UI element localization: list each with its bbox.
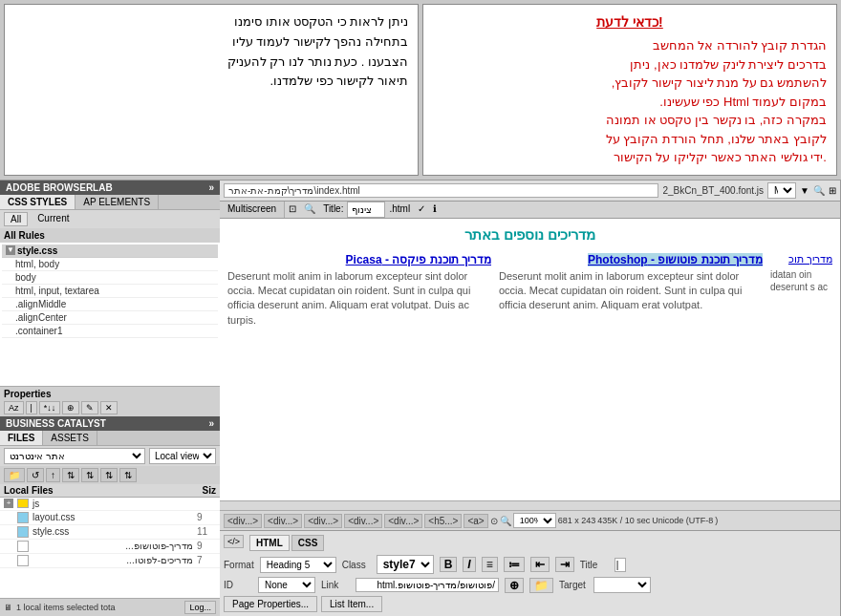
- tooltip-left: !כדאי לדעת הגדרת קובץ להורדה אל המחשב בד…: [422, 4, 837, 176]
- indent-more-icon[interactable]: ⇥: [555, 557, 574, 572]
- ap-elements-tab[interactable]: AP ELEMENTS: [75, 195, 159, 209]
- bc-header: BUSINESS CATALYST »: [0, 416, 220, 431]
- props-tab-html[interactable]: HTML: [249, 535, 290, 551]
- layout-css-name: layout.css: [32, 512, 193, 522]
- guide-2-title[interactable]: מדריך תוכנת פיקסה - Picasa: [227, 253, 491, 266]
- css-prop-filter-btn[interactable]: *↓↓: [39, 401, 61, 414]
- css-rule-html-body[interactable]: html, body: [2, 258, 218, 271]
- props-row-1: Format Heading 5 Class style7 B I ≡ ≔ ⇤ …: [224, 555, 836, 574]
- css-prop-edit-btn[interactable]: ✎: [81, 401, 98, 414]
- files-section: FILES ASSETS אתר אינטרנט Local view 📁 ↺ …: [0, 431, 220, 617]
- guide-1-title[interactable]: מדריך תוכנת פוטושופ - Photoshop: [588, 253, 763, 266]
- css-rule-alignmiddle[interactable]: .alignMiddle: [2, 298, 218, 311]
- layout-css-size: 9: [197, 512, 216, 522]
- css-rule-container1[interactable]: .container1: [2, 325, 218, 338]
- guide-narrow-title[interactable]: מדריך תוכ: [770, 253, 832, 266]
- nav-sync-btn3[interactable]: ⇅: [100, 468, 118, 482]
- guide-2: מדריך תוכנת פיקסה - Picasa Deserunt moli…: [227, 253, 491, 329]
- link-input[interactable]: [356, 578, 499, 592]
- search-icon[interactable]: 🔍: [813, 185, 825, 196]
- photoshop-guide-icon: [17, 541, 29, 552]
- all-current-row: All Current: [0, 210, 220, 228]
- list-ordered-icon[interactable]: ≔: [504, 557, 525, 572]
- files-list: Local Files Siz + js layout.css 9: [0, 484, 220, 599]
- tag-div5[interactable]: <div...>: [384, 514, 422, 528]
- browserlab-expand-icon[interactable]: »: [208, 182, 214, 193]
- css-prop-link-btn[interactable]: ⊕: [62, 401, 79, 414]
- nav-sync-btn1[interactable]: ⇅: [62, 468, 79, 482]
- id-select[interactable]: None: [258, 577, 315, 593]
- css-styles-tab[interactable]: CSS STYLES: [0, 195, 75, 209]
- all-rules-label: All Rules: [0, 228, 220, 243]
- filter-icon[interactable]: ⊞: [829, 185, 836, 196]
- files-status-bar: 🖥 1 local items selected tota Log...: [0, 598, 220, 616]
- css-file-item[interactable]: ▼ style.css: [2, 244, 218, 258]
- nav-folder-icon[interactable]: 📁: [4, 468, 25, 482]
- tag-a[interactable]: <a>: [464, 514, 487, 528]
- nav-sync-btn4[interactable]: ⇅: [119, 468, 137, 482]
- tag-search-icon[interactable]: 🔍: [500, 516, 511, 526]
- bold-button[interactable]: B: [440, 557, 458, 572]
- link-browse-icon[interactable]: ⊕: [505, 578, 524, 593]
- file-js-folder[interactable]: + js: [0, 498, 220, 511]
- file-photoshop-guide[interactable]: מדריך-פוטושופ... 9: [0, 540, 220, 554]
- guides-row: מדריך תוכ idatan oin deserunt s ac מדריך…: [227, 253, 832, 329]
- link-folder-icon[interactable]: 📁: [529, 578, 553, 593]
- italic-button[interactable]: I: [463, 557, 475, 572]
- tag-div4[interactable]: <div...>: [344, 514, 382, 528]
- assets-tab-btn[interactable]: ASSETS: [43, 431, 97, 445]
- nav-up-btn[interactable]: ↑: [46, 468, 60, 482]
- title-cursor-icon[interactable]: |: [615, 558, 626, 572]
- log-button[interactable]: Log...: [184, 601, 216, 614]
- css-prop-az-btn[interactable]: Az: [4, 401, 24, 414]
- zoom-select[interactable]: 100%: [513, 513, 556, 528]
- indent-less-icon[interactable]: ⇤: [530, 557, 550, 572]
- horizontal-scrollbar[interactable]: [220, 500, 840, 510]
- all-tab-btn[interactable]: All: [4, 212, 28, 226]
- encoding-close: ): [715, 516, 718, 525]
- file-layout-css[interactable]: layout.css 9: [0, 511, 220, 525]
- tag-h5[interactable]: <h5...>: [424, 514, 462, 528]
- page-properties-button[interactable]: Page Properties...: [224, 596, 317, 612]
- files-nav: 📁 ↺ ↑ ⇅ ⇅ ⇅ ⇅: [0, 466, 220, 484]
- tooltip-left-line1: הגדרת קובץ להורדה אל המחשב: [433, 36, 827, 55]
- tag-inspect-icon[interactable]: ⊙: [490, 516, 498, 526]
- view-select[interactable]: Local view: [149, 448, 216, 464]
- target-select[interactable]: [593, 577, 651, 593]
- content-area: מדריך\קמת-את-אתר\index.html 2_BkCn_BT_40…: [0, 181, 841, 617]
- check-icon[interactable]: ✓: [414, 202, 429, 218]
- css-rule-body[interactable]: body: [2, 271, 218, 285]
- files-status-icon: 🖥: [4, 603, 12, 612]
- multiscreen-tab[interactable]: Multiscreen: [220, 202, 285, 218]
- nav-sync-btn2[interactable]: ⇅: [81, 468, 98, 482]
- guide-narrow: מדריך תוכ idatan oin deserunt s ac: [770, 253, 832, 329]
- info-icon[interactable]: ℹ: [429, 202, 441, 218]
- nav-refresh-btn[interactable]: ↺: [27, 468, 44, 482]
- tag-div2[interactable]: <div...>: [264, 514, 302, 528]
- css-prop-delete-btn[interactable]: ✕: [100, 401, 118, 414]
- site-select[interactable]: אתר אינטרנט: [4, 448, 145, 464]
- files-list-header: Local Files Siz: [0, 484, 220, 498]
- size-header: Siz: [203, 485, 216, 496]
- file-guides-list[interactable]: מדריכים-לפוטו... 7: [0, 554, 220, 568]
- props-tab-css[interactable]: CSS: [291, 535, 325, 551]
- css-rule-aligncenter[interactable]: .alignCenter: [2, 311, 218, 325]
- js-expand-icon[interactable]: +: [4, 499, 13, 508]
- file-style-css[interactable]: style.css 11: [0, 525, 220, 540]
- props-row-2: ID None Link ⊕ 📁 Target: [224, 577, 836, 593]
- list-item-button[interactable]: List Item...: [321, 596, 382, 612]
- tooltip-area: !כדאי לדעת הגדרת קובץ להורדה אל המחשב בד…: [0, 0, 841, 181]
- tag-div1[interactable]: <div...>: [224, 514, 262, 528]
- css-rule-html-input[interactable]: html, input, textarea: [2, 285, 218, 298]
- title-input[interactable]: צינוף: [347, 202, 385, 218]
- props-icon-area: </>: [224, 535, 244, 551]
- tag-div3[interactable]: <div...>: [304, 514, 342, 528]
- class-select[interactable]: style7: [377, 555, 434, 574]
- current-tab-btn[interactable]: Current: [32, 212, 75, 226]
- format-select[interactable]: Heading 5: [260, 557, 336, 573]
- files-tab-btn[interactable]: FILES: [0, 431, 43, 445]
- font-dropdown[interactable]: Myr: [767, 182, 796, 199]
- bc-expand-icon[interactable]: »: [208, 418, 214, 429]
- title-prop-label: Title: [580, 560, 609, 570]
- list-unordered-icon[interactable]: ≡: [482, 557, 498, 572]
